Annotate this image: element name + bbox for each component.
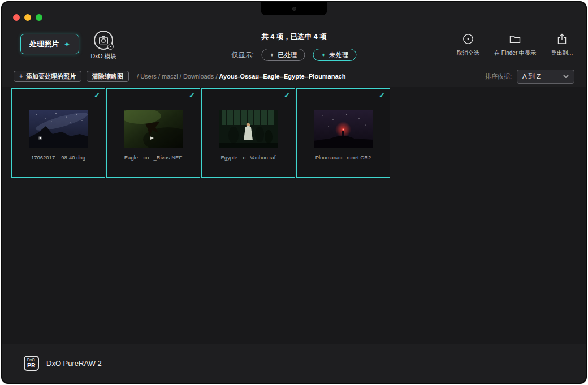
dxo-modules-button[interactable]: DxO 模块: [86, 31, 121, 60]
selection-summary: 共 4 项，已选中 4 项: [261, 32, 326, 42]
export-button[interactable]: 导出到...: [547, 32, 577, 57]
selected-check-icon[interactable]: ✓: [189, 91, 195, 100]
finder-folder-icon: [509, 32, 521, 46]
sort-by-label: 排序依据:: [485, 72, 512, 81]
deselect-all-button[interactable]: 取消全选: [453, 32, 483, 57]
close-window-button[interactable]: [13, 14, 20, 21]
camera-icon: [94, 31, 113, 50]
clear-thumbnails-button[interactable]: 清除缩略图: [87, 71, 129, 82]
photo-preview-eagle: [124, 110, 183, 148]
add-photos-button[interactable]: + 添加要处理的照片: [14, 71, 81, 82]
filter-pill-processed-label: 已处理: [278, 51, 297, 59]
photo-filename: 17062017-...98-40.dng: [12, 154, 105, 161]
window-controls: [13, 14, 42, 21]
photo-thumbnail[interactable]: ✓ Eagle---co..._Rivas.NEF: [106, 88, 200, 178]
deselect-circle-icon: [462, 32, 474, 46]
camera-dot: [292, 7, 296, 11]
path-toolbar: + 添加要处理的照片 清除缩略图 / Users / maczl / Downl…: [2, 66, 586, 87]
photo-preview-lighthouse-night: [314, 110, 373, 148]
export-label: 导出到...: [551, 49, 573, 57]
photo-browser: ✓: [2, 87, 586, 344]
process-photos-button[interactable]: 处理照片 ✦: [20, 34, 79, 54]
photo-grid: ✓: [11, 88, 586, 178]
photo-preview-milky-way: [29, 110, 88, 148]
breadcrumb-path: / Users / maczl / Downloads /: [137, 73, 219, 80]
dxo-modules-label: DxO 模块: [86, 53, 121, 60]
export-share-icon: [556, 32, 568, 46]
selected-check-icon[interactable]: ✓: [284, 91, 290, 100]
chevron-down-icon: [563, 75, 569, 78]
photo-thumbnail[interactable]: ✓: [201, 88, 295, 178]
photo-filename: Egypte---c...Vachon.raf: [202, 154, 295, 161]
filter-pill-unprocessed-label: 未处理: [329, 51, 349, 59]
process-photos-label: 处理照片: [29, 39, 59, 49]
plus-icon: +: [19, 72, 23, 80]
sparkle-icon: ✦: [321, 52, 326, 58]
screenshot-stage: 处理照片 ✦ DxO 模块 共 4 项，已选中 4 项 仅显示:: [0, 0, 588, 385]
deselect-all-label: 取消全选: [457, 49, 479, 57]
filter-pill-processed[interactable]: ✦ 已处理: [262, 49, 305, 61]
sort-dropdown-value: A 到 Z: [522, 72, 541, 81]
show-in-finder-label: 在 Finder 中显示: [494, 49, 536, 57]
app-name: DxO PureRAW 2: [46, 359, 102, 367]
filter-label: 仅显示:: [231, 50, 253, 60]
filter-pill-unprocessed[interactable]: ✦ 未处理: [313, 49, 357, 61]
logo-text-bottom: PR: [27, 362, 38, 369]
photo-thumbnail[interactable]: ✓: [11, 88, 105, 178]
sparkle-icon: ✦: [270, 52, 274, 58]
photo-thumbnail[interactable]: ✓: [296, 88, 390, 178]
sort-dropdown[interactable]: A 到 Z: [517, 70, 574, 84]
toolbar-actions: 取消全选 在 Finder 中显示: [453, 32, 577, 57]
photo-filename: Ploumanac...runet.CR2: [297, 154, 390, 161]
display-notch: [261, 2, 327, 15]
breadcrumb: / Users / maczl / Downloads / Ayous-Ossa…: [137, 73, 485, 80]
zoom-window-button[interactable]: [36, 14, 42, 21]
show-in-finder-button[interactable]: 在 Finder 中显示: [494, 32, 536, 57]
clear-thumbnails-label: 清除缩略图: [92, 72, 123, 81]
main-toolbar: 处理照片 ✦ DxO 模块 共 4 项，已选中 4 项 仅显示:: [2, 25, 586, 66]
add-photos-label: 添加要处理的照片: [26, 72, 76, 81]
breadcrumb-current-folder: Ayous-Ossau--Eagle--Egypte--Ploumanach: [219, 73, 346, 80]
footer-bar: DxO PR DxO PureRAW 2: [2, 344, 586, 383]
dxo-purераw-logo: DxO PR: [24, 356, 39, 371]
app-window: 处理照片 ✦ DxO 模块 共 4 项，已选中 4 项 仅显示:: [1, 1, 587, 384]
filter-row: 仅显示: ✦ 已处理 ✦ 未处理: [231, 49, 356, 61]
selected-check-icon[interactable]: ✓: [94, 91, 100, 100]
sparkle-icon: ✦: [64, 40, 70, 49]
photo-filename: Eagle---co..._Rivas.NEF: [107, 154, 200, 161]
selected-check-icon[interactable]: ✓: [379, 91, 385, 100]
minimize-window-button[interactable]: [24, 14, 31, 21]
photo-preview-street-scene: [219, 110, 278, 148]
modules-status-badge: [107, 44, 114, 50]
